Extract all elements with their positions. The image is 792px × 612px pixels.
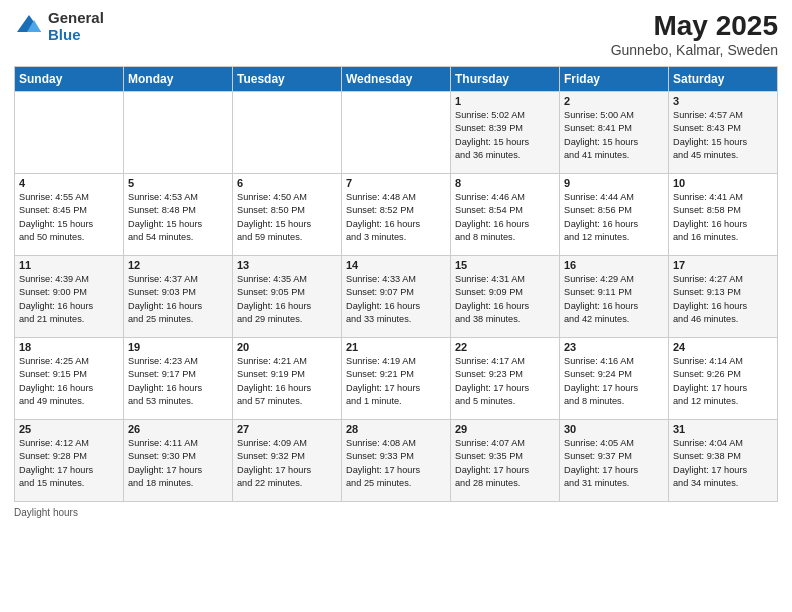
day-cell: 22Sunrise: 4:17 AMSunset: 9:23 PMDayligh… <box>451 338 560 420</box>
day-cell: 7Sunrise: 4:48 AMSunset: 8:52 PMDaylight… <box>342 174 451 256</box>
day-number: 22 <box>455 341 555 353</box>
day-number: 17 <box>673 259 773 271</box>
day-cell: 23Sunrise: 4:16 AMSunset: 9:24 PMDayligh… <box>560 338 669 420</box>
day-info: Sunrise: 4:39 AMSunset: 9:00 PMDaylight:… <box>19 273 119 326</box>
day-cell: 14Sunrise: 4:33 AMSunset: 9:07 PMDayligh… <box>342 256 451 338</box>
day-cell: 9Sunrise: 4:44 AMSunset: 8:56 PMDaylight… <box>560 174 669 256</box>
day-info: Sunrise: 4:55 AMSunset: 8:45 PMDaylight:… <box>19 191 119 244</box>
col-header-tuesday: Tuesday <box>233 67 342 92</box>
logo-blue-text: Blue <box>48 27 104 44</box>
day-number: 15 <box>455 259 555 271</box>
day-info: Sunrise: 4:29 AMSunset: 9:11 PMDaylight:… <box>564 273 664 326</box>
day-info: Sunrise: 4:07 AMSunset: 9:35 PMDaylight:… <box>455 437 555 490</box>
page: General Blue May 2025 Gunnebo, Kalmar, S… <box>0 0 792 612</box>
day-number: 26 <box>128 423 228 435</box>
day-number: 27 <box>237 423 337 435</box>
day-cell: 27Sunrise: 4:09 AMSunset: 9:32 PMDayligh… <box>233 420 342 502</box>
day-info: Sunrise: 4:21 AMSunset: 9:19 PMDaylight:… <box>237 355 337 408</box>
day-cell: 19Sunrise: 4:23 AMSunset: 9:17 PMDayligh… <box>124 338 233 420</box>
main-title: May 2025 <box>611 10 778 42</box>
day-number: 29 <box>455 423 555 435</box>
day-cell: 4Sunrise: 4:55 AMSunset: 8:45 PMDaylight… <box>15 174 124 256</box>
logo: General Blue <box>14 10 104 43</box>
day-cell: 24Sunrise: 4:14 AMSunset: 9:26 PMDayligh… <box>669 338 778 420</box>
week-row-3: 11Sunrise: 4:39 AMSunset: 9:00 PMDayligh… <box>15 256 778 338</box>
calendar-table: SundayMondayTuesdayWednesdayThursdayFrid… <box>14 66 778 502</box>
day-number: 12 <box>128 259 228 271</box>
day-info: Sunrise: 4:50 AMSunset: 8:50 PMDaylight:… <box>237 191 337 244</box>
day-number: 10 <box>673 177 773 189</box>
day-number: 23 <box>564 341 664 353</box>
day-number: 1 <box>455 95 555 107</box>
day-number: 2 <box>564 95 664 107</box>
day-info: Sunrise: 5:00 AMSunset: 8:41 PMDaylight:… <box>564 109 664 162</box>
day-cell: 8Sunrise: 4:46 AMSunset: 8:54 PMDaylight… <box>451 174 560 256</box>
logo-icon <box>14 12 44 42</box>
day-number: 20 <box>237 341 337 353</box>
day-cell: 6Sunrise: 4:50 AMSunset: 8:50 PMDaylight… <box>233 174 342 256</box>
day-cell: 15Sunrise: 4:31 AMSunset: 9:09 PMDayligh… <box>451 256 560 338</box>
day-info: Sunrise: 4:05 AMSunset: 9:37 PMDaylight:… <box>564 437 664 490</box>
day-cell: 26Sunrise: 4:11 AMSunset: 9:30 PMDayligh… <box>124 420 233 502</box>
week-row-5: 25Sunrise: 4:12 AMSunset: 9:28 PMDayligh… <box>15 420 778 502</box>
col-header-thursday: Thursday <box>451 67 560 92</box>
day-cell <box>233 92 342 174</box>
day-info: Sunrise: 4:11 AMSunset: 9:30 PMDaylight:… <box>128 437 228 490</box>
day-cell: 3Sunrise: 4:57 AMSunset: 8:43 PMDaylight… <box>669 92 778 174</box>
day-info: Sunrise: 4:12 AMSunset: 9:28 PMDaylight:… <box>19 437 119 490</box>
header-row: SundayMondayTuesdayWednesdayThursdayFrid… <box>15 67 778 92</box>
day-cell <box>124 92 233 174</box>
day-info: Sunrise: 4:09 AMSunset: 9:32 PMDaylight:… <box>237 437 337 490</box>
day-number: 14 <box>346 259 446 271</box>
day-info: Sunrise: 4:31 AMSunset: 9:09 PMDaylight:… <box>455 273 555 326</box>
day-number: 9 <box>564 177 664 189</box>
day-cell: 12Sunrise: 4:37 AMSunset: 9:03 PMDayligh… <box>124 256 233 338</box>
day-info: Sunrise: 4:37 AMSunset: 9:03 PMDaylight:… <box>128 273 228 326</box>
day-number: 11 <box>19 259 119 271</box>
day-info: Sunrise: 4:08 AMSunset: 9:33 PMDaylight:… <box>346 437 446 490</box>
day-cell <box>342 92 451 174</box>
day-cell: 17Sunrise: 4:27 AMSunset: 9:13 PMDayligh… <box>669 256 778 338</box>
day-info: Sunrise: 4:41 AMSunset: 8:58 PMDaylight:… <box>673 191 773 244</box>
day-number: 28 <box>346 423 446 435</box>
day-number: 18 <box>19 341 119 353</box>
day-number: 3 <box>673 95 773 107</box>
col-header-friday: Friday <box>560 67 669 92</box>
day-number: 24 <box>673 341 773 353</box>
day-info: Sunrise: 5:02 AMSunset: 8:39 PMDaylight:… <box>455 109 555 162</box>
day-number: 8 <box>455 177 555 189</box>
day-info: Sunrise: 4:14 AMSunset: 9:26 PMDaylight:… <box>673 355 773 408</box>
day-number: 13 <box>237 259 337 271</box>
day-cell: 28Sunrise: 4:08 AMSunset: 9:33 PMDayligh… <box>342 420 451 502</box>
day-cell: 1Sunrise: 5:02 AMSunset: 8:39 PMDaylight… <box>451 92 560 174</box>
daylight-label: Daylight hours <box>14 507 78 518</box>
col-header-wednesday: Wednesday <box>342 67 451 92</box>
day-info: Sunrise: 4:53 AMSunset: 8:48 PMDaylight:… <box>128 191 228 244</box>
day-number: 7 <box>346 177 446 189</box>
calendar-body: 1Sunrise: 5:02 AMSunset: 8:39 PMDaylight… <box>15 92 778 502</box>
day-info: Sunrise: 4:57 AMSunset: 8:43 PMDaylight:… <box>673 109 773 162</box>
day-cell: 30Sunrise: 4:05 AMSunset: 9:37 PMDayligh… <box>560 420 669 502</box>
week-row-2: 4Sunrise: 4:55 AMSunset: 8:45 PMDaylight… <box>15 174 778 256</box>
day-number: 16 <box>564 259 664 271</box>
day-info: Sunrise: 4:33 AMSunset: 9:07 PMDaylight:… <box>346 273 446 326</box>
day-number: 31 <box>673 423 773 435</box>
day-cell: 5Sunrise: 4:53 AMSunset: 8:48 PMDaylight… <box>124 174 233 256</box>
calendar-header: SundayMondayTuesdayWednesdayThursdayFrid… <box>15 67 778 92</box>
day-cell: 16Sunrise: 4:29 AMSunset: 9:11 PMDayligh… <box>560 256 669 338</box>
day-number: 25 <box>19 423 119 435</box>
col-header-saturday: Saturday <box>669 67 778 92</box>
day-cell: 13Sunrise: 4:35 AMSunset: 9:05 PMDayligh… <box>233 256 342 338</box>
header: General Blue May 2025 Gunnebo, Kalmar, S… <box>14 10 778 58</box>
logo-general-text: General <box>48 10 104 27</box>
day-cell: 18Sunrise: 4:25 AMSunset: 9:15 PMDayligh… <box>15 338 124 420</box>
day-number: 6 <box>237 177 337 189</box>
day-number: 19 <box>128 341 228 353</box>
day-info: Sunrise: 4:48 AMSunset: 8:52 PMDaylight:… <box>346 191 446 244</box>
day-info: Sunrise: 4:23 AMSunset: 9:17 PMDaylight:… <box>128 355 228 408</box>
day-number: 5 <box>128 177 228 189</box>
week-row-4: 18Sunrise: 4:25 AMSunset: 9:15 PMDayligh… <box>15 338 778 420</box>
day-info: Sunrise: 4:17 AMSunset: 9:23 PMDaylight:… <box>455 355 555 408</box>
subtitle: Gunnebo, Kalmar, Sweden <box>611 42 778 58</box>
week-row-1: 1Sunrise: 5:02 AMSunset: 8:39 PMDaylight… <box>15 92 778 174</box>
